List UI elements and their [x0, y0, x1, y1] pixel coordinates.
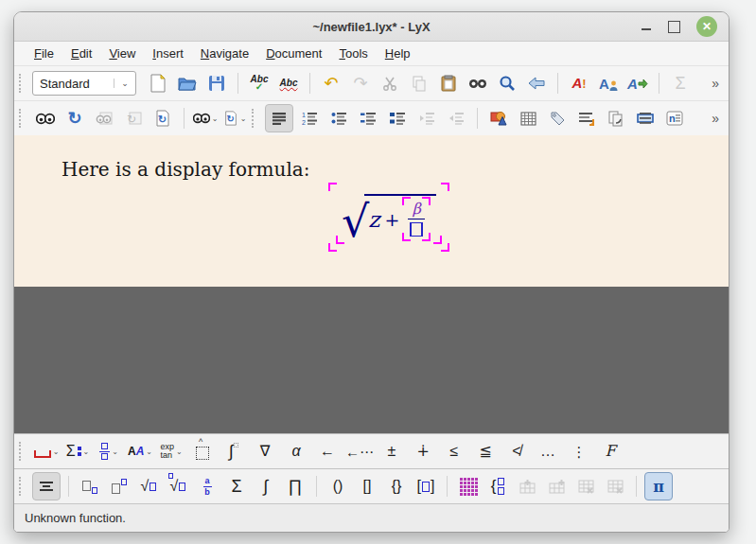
view-document-button[interactable] — [32, 105, 59, 132]
paragraph-style-select[interactable]: Standard ⌄ — [32, 71, 136, 96]
insert-nomenclature-button[interactable]: n — [661, 105, 688, 132]
math-spacings-button[interactable] — [189, 438, 216, 465]
toolbar-grip[interactable] — [19, 74, 26, 93]
maximize-button[interactable] — [668, 21, 680, 33]
insert-table-button[interactable] — [515, 105, 541, 132]
apply-last-style-button[interactable]: A — [624, 70, 651, 97]
braces-button[interactable]: {} — [383, 473, 410, 500]
delete-row-button[interactable] — [572, 473, 599, 500]
insert-index-entry-button[interactable] — [632, 105, 659, 132]
layout-description-button[interactable] — [355, 105, 381, 132]
paste-button[interactable] — [435, 70, 462, 97]
toolbar-overflow-button[interactable]: » — [712, 76, 721, 91]
math-dots-menu-button[interactable]: … — [535, 438, 561, 465]
menu-help[interactable]: Help — [377, 44, 419, 63]
menu-view[interactable]: View — [100, 44, 144, 63]
titlebar[interactable]: ~/newfile1.lyx* - LyX ✕ — [14, 12, 729, 42]
cut-button[interactable] — [377, 70, 403, 97]
big-sum-button[interactable]: Σ — [223, 473, 250, 500]
display-formula-inset[interactable]: √ z + β — [328, 183, 449, 252]
math-functions-menu-button[interactable]: exptan ⌄ — [158, 438, 185, 465]
new-document-button[interactable] — [145, 70, 171, 97]
toolbar-grip[interactable] — [252, 109, 258, 128]
delimiters-dialog-button[interactable]: [ ] — [413, 473, 439, 500]
toggle-noun-button[interactable]: A — [595, 70, 622, 97]
math-greek-menu-button[interactable]: α — [283, 438, 309, 465]
toolbar-grip[interactable] — [19, 477, 26, 496]
document-paragraph[interactable]: Here is a display formula: — [62, 158, 309, 181]
empty-placeholder-box[interactable] — [410, 222, 423, 237]
math-vertical-dots-menu-button[interactable]: ⋮ — [566, 438, 592, 465]
view-master-button[interactable] — [91, 105, 117, 132]
find-button[interactable] — [465, 70, 491, 97]
big-product-button[interactable]: ∏ — [282, 473, 308, 500]
math-text-styles-menu-button[interactable]: AA ⌄ — [127, 438, 153, 465]
brackets-button[interactable]: [] — [354, 473, 380, 500]
insert-citation-button[interactable] — [603, 105, 629, 132]
math-big-operators-menu-button[interactable]: Σ ⌄ — [64, 438, 91, 465]
square-root-button[interactable]: √ — [135, 473, 162, 500]
fraction-button[interactable]: ab — [194, 473, 220, 500]
outside-document-region[interactable] — [14, 287, 729, 433]
insert-cross-reference-button[interactable] — [573, 105, 600, 132]
math-negated-relations-menu-button[interactable]: ≮ — [503, 438, 530, 465]
math-fractions-menu-button[interactable]: ⌄ — [96, 438, 122, 465]
redo-button[interactable]: ↷ — [347, 70, 374, 97]
math-operators-menu-button[interactable]: ∇ — [252, 438, 278, 465]
update-other-formats-button[interactable]: ↻ ⌄ — [221, 105, 248, 132]
insert-label-button[interactable] — [544, 105, 571, 132]
minimize-button[interactable] — [641, 21, 652, 32]
save-document-button[interactable] — [203, 70, 230, 97]
menu-insert[interactable]: Insert — [144, 44, 192, 63]
increase-depth-button[interactable] — [413, 105, 440, 132]
toolbar-grip[interactable] — [19, 109, 26, 128]
insert-math-button[interactable]: Σ — [667, 70, 694, 97]
decrease-depth-button[interactable] — [443, 105, 469, 132]
close-button[interactable]: ✕ — [696, 16, 717, 37]
math-integral-template-button[interactable]: ∫ — [220, 438, 247, 465]
insert-matrix-button[interactable] — [455, 473, 482, 500]
display-formula-toggle-button[interactable] — [32, 472, 61, 500]
update-master-button[interactable]: ↻ — [120, 105, 147, 132]
menu-navigate[interactable]: Navigate — [192, 44, 257, 63]
math-binary-operators-menu-button[interactable]: ± — [378, 438, 405, 465]
math-dot-operators-menu-button[interactable]: ∔ — [410, 438, 436, 465]
math-decorations-menu-button[interactable]: ⌄ — [33, 438, 60, 465]
continuous-spellcheck-button[interactable]: Abc — [275, 70, 302, 97]
menu-edit[interactable]: Edit — [62, 44, 100, 63]
add-row-button[interactable] — [514, 473, 540, 500]
navigate-back-button[interactable] — [523, 70, 550, 97]
check-spelling-button[interactable]: Abc ✓ — [246, 70, 273, 97]
math-ams-relations-menu-button[interactable]: ≦ — [472, 438, 499, 465]
big-integral-button[interactable]: ∫ — [253, 473, 279, 500]
toolbar-grip[interactable] — [19, 442, 26, 461]
subscript-button[interactable] — [77, 473, 103, 500]
parentheses-button[interactable]: () — [325, 473, 351, 500]
insert-graphics-button[interactable] — [485, 105, 512, 132]
view-other-formats-button[interactable]: ⌄ — [192, 105, 219, 132]
nth-root-button[interactable]: √ — [165, 473, 191, 500]
superscript-button[interactable] — [106, 473, 132, 500]
open-document-button[interactable] — [174, 70, 201, 97]
add-column-button[interactable] — [543, 473, 570, 500]
math-long-arrows-menu-button[interactable]: ←⋯ — [345, 438, 374, 465]
menu-tools[interactable]: Tools — [330, 44, 376, 63]
insert-cases-button[interactable]: { — [484, 473, 511, 500]
delete-column-button[interactable] — [602, 473, 628, 500]
undo-button[interactable]: ↶ — [318, 70, 344, 97]
math-frames-menu-button[interactable]: F — [597, 438, 624, 465]
document-page[interactable]: Here is a display formula: √ z + — [14, 135, 729, 287]
find-replace-button[interactable] — [494, 70, 520, 97]
update-source-button[interactable]: ↻ — [149, 105, 176, 132]
math-arrows-menu-button[interactable]: ← — [314, 438, 341, 465]
layout-standard-button[interactable] — [265, 104, 293, 132]
layout-enumerate-button[interactable]: 1 2 — [296, 105, 323, 132]
math-panel-toggle-button[interactable]: π — [644, 472, 673, 500]
math-relations-menu-button[interactable]: ≤ — [441, 438, 467, 465]
toggle-emphasis-button[interactable]: A! — [566, 70, 592, 97]
toolbar-overflow-button[interactable]: » — [712, 111, 721, 126]
update-document-button[interactable]: ↻ — [62, 105, 88, 132]
copy-button[interactable] — [406, 70, 432, 97]
menu-document[interactable]: Document — [257, 44, 330, 63]
layout-itemize-button[interactable] — [325, 105, 352, 132]
